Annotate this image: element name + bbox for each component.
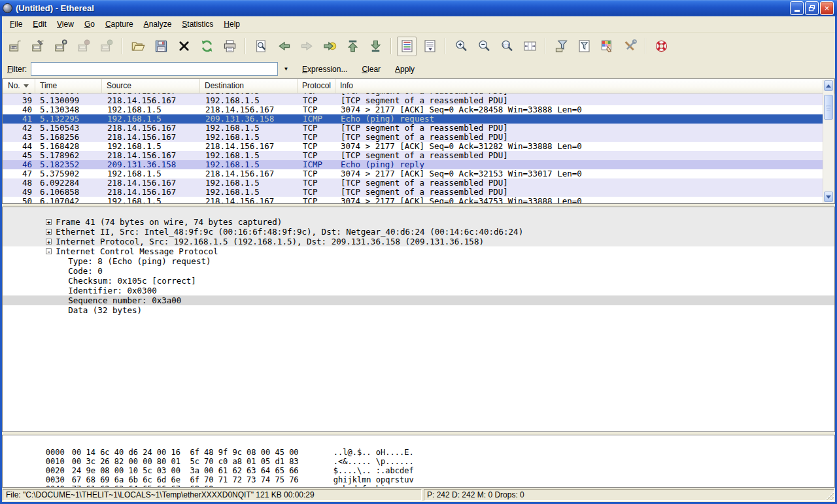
column-header-source[interactable]: Source — [102, 79, 200, 93]
packet-row[interactable]: 42 5.150543 218.14.156.167 192.168.1.5 T… — [3, 124, 823, 133]
menu-statistics[interactable]: Statistics — [177, 17, 218, 31]
go-to-top-button[interactable] — [343, 37, 362, 56]
menu-analyze[interactable]: Analyze — [139, 17, 177, 31]
open-file-button[interactable] — [128, 37, 148, 56]
zoom-in-button[interactable] — [451, 37, 471, 56]
hex-bytes: 00 3c 26 82 00 00 80 01 5c 70 c0 a8 01 0… — [72, 457, 333, 466]
expression-button[interactable]: Expression... — [298, 63, 351, 76]
hex-ascii: .<&..... \p...... — [333, 457, 414, 466]
cell-destination: 209.131.36.158 — [200, 114, 298, 124]
help-button[interactable] — [651, 37, 671, 56]
stop-capture-button[interactable] — [74, 37, 94, 56]
restore-button[interactable] — [805, 1, 819, 15]
cell-protocol: TCP — [298, 169, 335, 178]
expander-icon[interactable]: + — [46, 229, 52, 235]
cell-source: 218.14.156.167 — [102, 178, 200, 188]
resize-columns-button[interactable] — [520, 37, 539, 56]
start-capture-icon — [54, 39, 69, 54]
open-folder-icon — [131, 39, 146, 54]
menu-view[interactable]: View — [52, 17, 79, 31]
colorize-toggle[interactable] — [397, 37, 417, 56]
find-packet-button[interactable] — [251, 37, 271, 56]
packet-row[interactable]: 48 6.092284 218.14.156.167 192.168.1.5 T… — [3, 178, 823, 188]
resize-grip[interactable] — [825, 492, 834, 500]
packet-row[interactable]: 43 5.168256 218.14.156.167 192.168.1.5 T… — [3, 133, 823, 142]
clear-button[interactable]: Clear — [358, 63, 384, 76]
column-header-no[interactable]: No. — [3, 79, 35, 93]
menu-file[interactable]: File — [5, 17, 27, 31]
filter-input[interactable] — [31, 62, 278, 76]
save-as-button[interactable] — [151, 37, 171, 56]
start-capture-button[interactable] — [51, 37, 71, 56]
packet-row[interactable]: 47 5.375902 192.168.1.5 218.14.156.167 T… — [3, 169, 823, 178]
minimize-button[interactable] — [790, 1, 804, 15]
cell-time: 5.130348 — [35, 105, 102, 114]
packet-row[interactable]: 41 5.132295 192.168.1.5 209.131.36.158 I… — [3, 114, 823, 124]
menu-edit[interactable]: Edit — [27, 17, 52, 31]
expander-icon[interactable]: - — [46, 248, 52, 254]
column-header-time[interactable]: Time — [35, 79, 102, 93]
expander-icon[interactable]: + — [46, 239, 52, 244]
column-header-destination[interactable]: Destination — [200, 79, 298, 93]
packet-row[interactable]: 39 5.130099 218.14.156.167 192.168.1.5 T… — [3, 96, 823, 105]
print-button[interactable] — [220, 37, 239, 56]
cell-info: 3074 > 2177 [ACK] Seq=0 Ack=32153 Win=33… — [335, 169, 823, 178]
cell-destination: 192.168.1.5 — [200, 133, 298, 142]
scroll-thumb[interactable] — [824, 95, 833, 120]
chevron-down-icon: ▼ — [284, 66, 289, 72]
capture-filter-icon — [554, 39, 569, 54]
hex-offset: 0020 — [41, 466, 72, 475]
hex-bytes: 67 68 69 6a 6b 6c 6d 6e 6f 70 71 72 73 7… — [72, 475, 333, 484]
cell-no: 43 — [3, 133, 35, 142]
zoom-normal-button[interactable]: 1:1 — [497, 37, 517, 56]
capture-filters-button[interactable] — [551, 37, 571, 56]
close-file-button[interactable] — [174, 37, 194, 56]
cell-source: 209.131.36.158 — [102, 160, 200, 169]
zoom-out-button[interactable] — [474, 37, 494, 56]
packet-row[interactable]: 45 5.178962 218.14.156.167 192.168.1.5 T… — [3, 151, 823, 160]
column-header-protocol[interactable]: Protocol — [298, 79, 335, 93]
menu-capture[interactable]: Capture — [100, 17, 139, 31]
packet-row[interactable]: 40 5.130348 192.168.1.5 218.14.156.167 T… — [3, 105, 823, 114]
menu-go[interactable]: Go — [79, 17, 100, 31]
apply-button[interactable]: Apply — [391, 63, 418, 76]
restart-capture-button[interactable] — [97, 37, 116, 56]
resize-columns-icon — [522, 39, 538, 54]
packet-row[interactable]: 44 5.168428 192.168.1.5 218.14.156.167 T… — [3, 142, 823, 151]
detail-row[interactable]: Checksum: 0x105c [correct] — [3, 266, 834, 276]
window-title: (Untitled) - Ethereal — [16, 3, 790, 13]
packet-list-header: No. Time Source Destination Protocol Inf… — [3, 79, 834, 93]
hex-row[interactable]: 000000 14 6c 40 d6 24 00 16 6f 48 9f 9c … — [3, 439, 834, 448]
capture-options-button[interactable] — [28, 37, 48, 56]
list-interfaces-button[interactable] — [5, 37, 25, 56]
auto-scroll-toggle[interactable] — [420, 37, 439, 56]
detail-text: Data (32 bytes) — [68, 305, 142, 315]
packet-row[interactable]: 49 6.106858 218.14.156.167 192.168.1.5 T… — [3, 188, 823, 197]
detail-row[interactable]: +Frame 41 (74 bytes on wire, 74 bytes ca… — [3, 207, 834, 217]
display-filter-icon — [577, 39, 592, 54]
preferences-button[interactable] — [620, 37, 640, 56]
close-button[interactable]: × — [820, 1, 834, 15]
display-filters-button[interactable] — [574, 37, 594, 56]
filter-dropdown-button[interactable]: ▼ — [281, 63, 292, 75]
scroll-down-button[interactable] — [824, 192, 833, 202]
save-icon — [154, 39, 169, 54]
cell-destination: 218.14.156.167 — [200, 142, 298, 151]
cell-no: 44 — [3, 142, 35, 151]
packet-row[interactable]: 50 6.107042 192.168.1.5 218.14.156.167 T… — [3, 197, 823, 203]
go-forward-button[interactable] — [297, 37, 316, 56]
go-to-packet-button[interactable] — [320, 37, 339, 56]
go-back-button[interactable] — [274, 37, 294, 56]
toolbar-separator — [122, 38, 123, 54]
go-to-bottom-button[interactable] — [366, 37, 385, 56]
reload-button[interactable] — [197, 37, 216, 56]
menu-help[interactable]: Help — [218, 17, 245, 31]
packet-list-scrollbar[interactable] — [823, 80, 834, 203]
scroll-down-icon — [826, 195, 831, 199]
scroll-up-button[interactable] — [824, 80, 833, 91]
column-header-info[interactable]: Info — [335, 79, 834, 93]
packet-row[interactable]: 46 5.182352 209.131.36.158 192.168.1.5 I… — [3, 160, 823, 169]
expander-icon[interactable]: + — [46, 219, 52, 225]
coloring-rules-button[interactable] — [597, 37, 617, 56]
toolbar-separator — [545, 38, 546, 54]
